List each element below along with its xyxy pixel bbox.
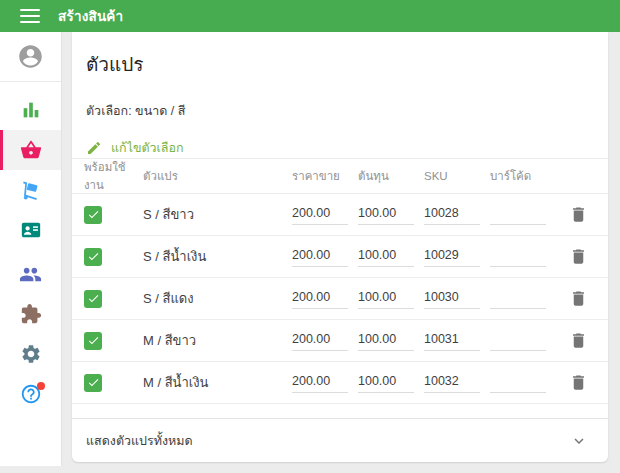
col-header-cost: ต้นทุน (358, 167, 424, 185)
variants-table: พร้อมใช้งาน ตัวแปร ราคาขาย ต้นทุน SKU บา… (72, 158, 608, 404)
price-input[interactable] (292, 288, 348, 309)
price-input[interactable] (292, 204, 348, 225)
ready-checkbox[interactable] (84, 206, 102, 224)
account-circle-icon (17, 43, 44, 70)
barcode-input[interactable] (490, 372, 546, 393)
edit-options-label: แก้ไขตัวเลือก (111, 138, 184, 158)
table-row: S / สีแดง (72, 278, 608, 320)
ready-checkbox[interactable] (84, 290, 102, 308)
sidebar-item-reports[interactable] (0, 90, 61, 130)
delete-variant-button[interactable] (567, 371, 590, 394)
sidebar-item-account[interactable] (0, 32, 61, 82)
delete-variant-button[interactable] (567, 203, 590, 226)
sidebar-item-settings[interactable] (0, 334, 61, 374)
section-title: ตัวแปร (86, 49, 594, 79)
col-header-variant: ตัวแปร (137, 167, 292, 185)
delete-variant-button[interactable] (567, 287, 590, 310)
trash-icon (569, 373, 588, 392)
trash-icon (569, 247, 588, 266)
sidebar-item-products[interactable] (0, 130, 61, 170)
sidebar (0, 32, 62, 466)
table-row: M / สีขาว (72, 320, 608, 362)
notification-dot (37, 382, 45, 390)
cost-input[interactable] (358, 372, 414, 393)
variant-name: M / สีขาว (137, 330, 292, 351)
ready-checkbox[interactable] (84, 248, 102, 266)
barcode-input[interactable] (490, 330, 546, 351)
app-bar: สร้างสินค้า (0, 0, 620, 32)
sidebar-item-customers[interactable] (0, 254, 61, 294)
variants-card: ตัวแปร ตัวเลือก: ขนาด / สี แก้ไขตัวเลือก… (72, 32, 608, 462)
price-input[interactable] (292, 330, 348, 351)
sidebar-item-apps[interactable] (0, 294, 61, 334)
table-row: M / สีน้ำเงิน (72, 362, 608, 404)
hamburger-menu-icon[interactable] (20, 9, 40, 23)
cost-input[interactable] (358, 288, 414, 309)
col-header-barcode: บาร์โค้ด (490, 167, 556, 185)
sku-input[interactable] (424, 330, 480, 351)
table-row: S / สีน้ำเงิน (72, 236, 608, 278)
cost-input[interactable] (358, 246, 414, 267)
cost-input[interactable] (358, 330, 414, 351)
people-icon (19, 263, 42, 286)
col-header-ready: พร้อมใช้งาน (78, 158, 137, 194)
edit-options-button[interactable]: แก้ไขตัวเลือก (86, 138, 184, 158)
price-input[interactable] (292, 246, 348, 267)
table-header-row: พร้อมใช้งาน ตัวแปร ราคาขาย ต้นทุน SKU บา… (72, 158, 608, 194)
cost-input[interactable] (358, 204, 414, 225)
sku-input[interactable] (424, 246, 480, 267)
shopping-basket-icon (20, 139, 42, 161)
show-all-variants-toggle[interactable]: แสดงตัวแปรทั้งหมด (72, 418, 608, 462)
sidebar-item-help[interactable] (0, 374, 61, 414)
chevron-down-icon[interactable] (570, 432, 588, 450)
variant-name: S / สีขาว (137, 204, 292, 225)
table-row: S / สีขาว (72, 194, 608, 236)
id-card-icon (20, 219, 42, 241)
app-window: สร้างสินค้า (0, 0, 620, 473)
options-summary: ตัวเลือก: ขนาด / สี (86, 101, 594, 121)
sku-input[interactable] (424, 204, 480, 225)
sidebar-item-purchases[interactable] (0, 170, 61, 210)
sku-input[interactable] (424, 288, 480, 309)
show-all-variants-label: แสดงตัวแปรทั้งหมด (86, 431, 193, 451)
ready-checkbox[interactable] (84, 332, 102, 350)
price-input[interactable] (292, 372, 348, 393)
page-title: สร้างสินค้า (58, 5, 123, 27)
sku-input[interactable] (424, 372, 480, 393)
col-header-sku: SKU (424, 170, 490, 182)
variant-name: M / สีน้ำเงิน (137, 372, 292, 393)
trash-icon (569, 205, 588, 224)
ready-checkbox[interactable] (84, 374, 102, 392)
bar-chart-icon (20, 99, 42, 121)
card-header-section: ตัวแปร ตัวเลือก: ขนาด / สี แก้ไขตัวเลือก (72, 32, 608, 158)
sidebar-item-contacts[interactable] (0, 210, 61, 250)
variant-name: S / สีแดง (137, 288, 292, 309)
trash-icon (569, 331, 588, 350)
barcode-input[interactable] (490, 288, 546, 309)
trash-icon (569, 289, 588, 308)
pencil-icon (86, 140, 102, 156)
variant-name: S / สีน้ำเงิน (137, 246, 292, 267)
delete-variant-button[interactable] (567, 245, 590, 268)
hand-trolley-icon (20, 179, 42, 201)
barcode-input[interactable] (490, 246, 546, 267)
col-header-price: ราคาขาย (292, 167, 358, 185)
gear-icon (20, 343, 42, 365)
barcode-input[interactable] (490, 204, 546, 225)
delete-variant-button[interactable] (567, 329, 590, 352)
puzzle-icon (20, 303, 42, 325)
